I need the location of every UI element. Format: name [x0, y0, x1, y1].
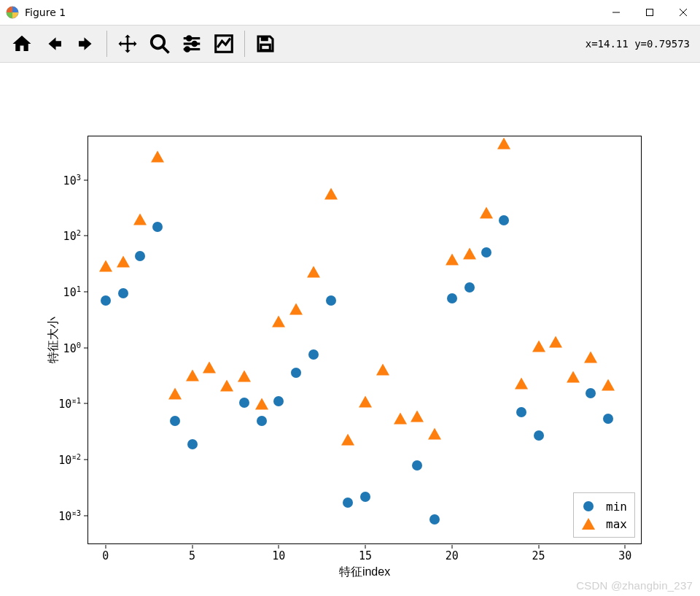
data-point-max — [220, 380, 233, 392]
y-tick-label: 100 — [63, 341, 81, 355]
data-point-max — [515, 378, 528, 390]
y-tick-label: 103 — [63, 173, 81, 187]
x-tick-label: 0 — [102, 549, 109, 562]
svg-rect-14 — [261, 36, 268, 41]
y-tick-label: 101 — [63, 285, 81, 299]
data-point-max — [151, 151, 164, 163]
data-point-min — [152, 222, 163, 232]
y-tick-label: 10¤2 — [58, 452, 81, 467]
edit-plot-icon[interactable] — [208, 28, 240, 60]
x-axis-label: 特征index — [339, 565, 390, 580]
toolbar: x=14.11 y=0.79573 — [0, 25, 700, 63]
data-point-min — [447, 293, 457, 303]
configure-icon[interactable] — [176, 28, 208, 60]
data-point-max — [584, 352, 597, 363]
data-point-max — [324, 188, 338, 200]
data-point-min — [273, 396, 284, 406]
x-tick-label: 30 — [618, 549, 631, 562]
legend-label: min — [606, 500, 627, 514]
cursor-coordinates: x=14.11 y=0.79573 — [586, 38, 694, 50]
pan-icon[interactable] — [112, 28, 144, 60]
data-point-min — [481, 247, 491, 258]
y-tick-label: 102 — [63, 228, 81, 243]
data-point-min — [187, 439, 198, 449]
maximize-button[interactable] — [633, 1, 666, 23]
back-icon[interactable] — [38, 28, 70, 60]
data-point-min — [326, 295, 336, 306]
x-tick-label: 15 — [359, 549, 372, 562]
data-point-min — [343, 498, 353, 508]
svg-point-5 — [152, 36, 165, 49]
data-point-max — [99, 260, 112, 271]
data-point-min — [586, 388, 596, 398]
circle-icon — [583, 501, 594, 511]
data-point-max — [133, 213, 147, 225]
y-axis-label: 特征大小 — [46, 317, 61, 363]
data-point-max — [238, 370, 251, 382]
data-point-min — [239, 398, 249, 408]
data-point-max — [359, 395, 372, 407]
legend-item-max: max — [581, 515, 627, 533]
data-point-max — [497, 138, 510, 150]
data-point-min — [170, 416, 180, 426]
close-button[interactable] — [666, 1, 700, 23]
data-point-max — [567, 371, 580, 382]
triangle-icon — [582, 518, 595, 530]
svg-rect-2 — [647, 9, 653, 15]
forward-icon[interactable] — [70, 28, 102, 60]
zoom-icon[interactable] — [144, 28, 176, 60]
data-point-min — [499, 215, 509, 225]
y-tick-label: 10¤3 — [58, 508, 81, 523]
data-point-min — [135, 251, 145, 261]
data-point-min — [257, 416, 267, 426]
data-point-min — [429, 514, 440, 525]
svg-rect-15 — [261, 44, 271, 50]
data-point-min — [291, 368, 301, 378]
minimize-button[interactable] — [599, 1, 633, 23]
data-point-max — [186, 369, 199, 381]
data-point-max — [255, 398, 268, 409]
data-point-min — [360, 492, 370, 502]
data-point-min — [464, 282, 475, 293]
x-tick-label: 5 — [189, 549, 195, 562]
data-point-min — [412, 460, 422, 471]
data-point-max — [532, 341, 545, 352]
title-bar: Figure 1 — [0, 0, 700, 25]
plot-axes: 特征大小 特征index min max 05101520253010¤310¤… — [88, 136, 642, 544]
data-point-min — [534, 430, 544, 441]
svg-line-6 — [163, 47, 169, 53]
data-point-max — [341, 433, 354, 445]
legend-item-min: min — [581, 498, 627, 515]
toolbar-separator — [106, 31, 107, 57]
data-point-max — [463, 248, 476, 260]
data-point-max — [394, 413, 407, 425]
data-point-max — [549, 336, 562, 348]
window-title: Figure 1 — [25, 7, 66, 18]
data-point-max — [168, 388, 182, 400]
data-point-max — [289, 303, 303, 315]
svg-point-12 — [185, 47, 190, 52]
data-point-max — [117, 256, 130, 268]
legend-label: max — [606, 517, 627, 531]
data-point-max — [411, 410, 424, 422]
data-point-max — [307, 266, 320, 277]
data-point-min — [308, 349, 319, 360]
svg-point-10 — [192, 42, 197, 46]
data-point-max — [272, 316, 285, 328]
watermark: CSDN @zhangbin_237 — [576, 579, 693, 592]
data-point-min — [118, 288, 128, 298]
data-point-min — [516, 407, 526, 417]
data-point-min — [603, 414, 613, 424]
save-icon[interactable] — [249, 28, 281, 60]
data-point-max — [446, 254, 459, 266]
x-tick-label: 10 — [272, 549, 285, 562]
y-tick-label: 10¤1 — [58, 396, 81, 411]
svg-point-8 — [187, 36, 192, 41]
legend: min max — [573, 492, 635, 538]
data-point-max — [602, 379, 615, 390]
data-point-max — [428, 427, 441, 439]
data-point-max — [480, 206, 493, 218]
data-point-min — [101, 295, 111, 306]
home-icon[interactable] — [6, 28, 38, 60]
figure-canvas[interactable]: 特征大小 特征index min max 05101520253010¤310¤… — [0, 63, 700, 596]
